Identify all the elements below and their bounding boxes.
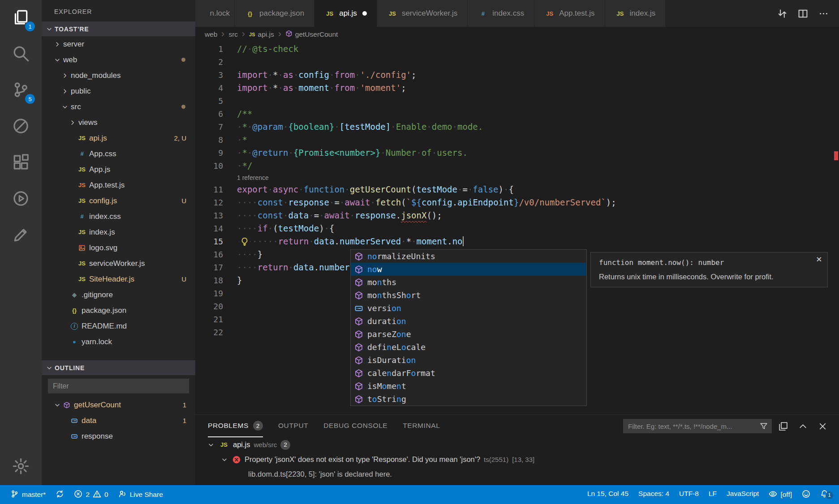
codelens-references[interactable]: 1 reference (195, 172, 839, 183)
panel-tab-output[interactable]: OUTPUT (278, 415, 308, 437)
code-line-2[interactable]: 2 (195, 56, 839, 68)
suggestion-now[interactable]: now (351, 263, 586, 276)
chevron-down-icon[interactable] (53, 401, 61, 409)
breadcrumb-item-web[interactable]: web (203, 30, 219, 38)
outline-item-response[interactable]: response (42, 428, 195, 444)
chevron-right-icon[interactable] (69, 119, 77, 127)
code-line-13[interactable]: 13····const·data·=·await·response.jsonX(… (195, 209, 839, 222)
breadcrumb-item-api.js[interactable]: JSapi.js (248, 30, 275, 38)
outline-item-data[interactable]: data1 (42, 413, 195, 428)
chevron-up-icon[interactable] (794, 418, 811, 435)
chevron-down-icon[interactable] (207, 441, 215, 449)
activity-item-explorer[interactable]: 1 (0, 0, 42, 36)
tree-item-api.js[interactable]: JSapi.js2, U (42, 130, 195, 146)
suggestion-parseZone[interactable]: parseZone (351, 328, 586, 341)
status-eol[interactable]: LF (704, 490, 722, 498)
problems-file-row[interactable]: JSapi.jsweb/src2 (195, 437, 839, 452)
lightbulb-icon[interactable] (239, 236, 250, 247)
status-cursor-position[interactable]: Ln 15, Col 45 (582, 490, 633, 498)
problem-error-row[interactable]: Property 'jsonX' does not exist on type … (195, 452, 839, 467)
tab-index.js[interactable]: JSindex.js (605, 0, 666, 27)
section-header-outline[interactable]: OUTLINE (42, 360, 195, 375)
tree-item-.gitignore[interactable]: ◆.gitignore (42, 287, 195, 303)
panel-tab-terminal[interactable]: TERMINAL (403, 415, 440, 437)
activity-item-source-control[interactable]: 5 (0, 73, 42, 109)
tree-item-index.css[interactable]: #index.css (42, 209, 195, 224)
activity-item-extensions[interactable] (0, 145, 42, 181)
tree-item-README.md[interactable]: iREADME.md (42, 318, 195, 334)
status-problems[interactable]: 20 (69, 485, 113, 504)
suggestion-months[interactable]: months (351, 276, 586, 289)
status-sync[interactable] (51, 485, 69, 504)
tree-item-server[interactable]: server (42, 36, 195, 52)
split-editor-icon[interactable] (793, 4, 812, 23)
tree-item-SiteHeader.js[interactable]: JSSiteHeader.jsU (42, 271, 195, 287)
breadcrumb-item-src[interactable]: src (227, 30, 239, 38)
activity-item-run[interactable] (0, 181, 42, 218)
code-line-4[interactable]: 4import·*·as·moment·from·'moment'; (195, 81, 839, 94)
status-git-branch[interactable]: master* (5, 485, 51, 504)
problems-filter-input[interactable] (623, 419, 772, 433)
code-line-11[interactable]: 11export·async·function·getUserCount(tes… (195, 183, 839, 196)
suggestion-toString[interactable]: toString (351, 393, 586, 406)
collapse-all-icon[interactable] (774, 418, 792, 435)
code-line-14[interactable]: 14····if·(testMode)·{ (195, 222, 839, 235)
tree-item-package.json[interactable]: {}package.json (42, 303, 195, 318)
chevron-down-icon[interactable] (53, 56, 61, 64)
panel-tab-debug-console[interactable]: DEBUG CONSOLE (323, 415, 387, 437)
status-encoding[interactable]: UTF-8 (674, 490, 704, 498)
code-line-6[interactable]: 6/** (195, 107, 839, 120)
suggestion-calendarFormat[interactable]: calendarFormat (351, 367, 586, 380)
tab-api.js[interactable]: JSapi.js (314, 0, 377, 27)
activity-item-search[interactable] (0, 36, 42, 73)
suggestion-duration[interactable]: duration (351, 315, 586, 328)
code-line-7[interactable]: 7·*·@param·{boolean}·[testMode]·Enable·d… (195, 120, 839, 133)
outline-item-getUserCount[interactable]: getUserCount1 (42, 397, 195, 413)
suggestion-version[interactable]: version (351, 302, 586, 315)
activity-item-settings[interactable] (0, 449, 42, 485)
status-language-mode[interactable]: JavaScript (722, 490, 764, 498)
tree-item-App.css[interactable]: #App.css (42, 146, 195, 162)
tab-index.css[interactable]: #index.css (468, 0, 534, 27)
code-line-8[interactable]: 8·* (195, 133, 839, 146)
code-editor[interactable]: 1//·@ts-check23import·*·as·config·from·'… (195, 42, 839, 414)
code-line-12[interactable]: 12····const·response·=·await·fetch(`${co… (195, 196, 839, 209)
problem-related-row[interactable]: lib.dom.d.ts[2230, 5]: 'json' is declare… (195, 467, 839, 482)
code-line-5[interactable]: 5 (195, 94, 839, 107)
more-actions-icon[interactable] (814, 4, 833, 23)
chevron-right-icon[interactable] (53, 40, 61, 48)
chevron-right-icon[interactable] (61, 87, 69, 95)
activity-item-blocked[interactable] (0, 109, 42, 145)
suggestion-defineLocale[interactable]: defineLocale (351, 341, 586, 354)
panel-tab-problems[interactable]: PROBLEMS2 (208, 415, 263, 437)
status-live-share[interactable]: Live Share (113, 485, 168, 504)
tree-item-App.test.js[interactable]: JSApp.test.js (42, 177, 195, 193)
tree-item-App.js[interactable]: JSApp.js (42, 162, 195, 177)
code-line-1[interactable]: 1//·@ts-check (195, 43, 839, 56)
status-screencast[interactable]: [off] (764, 490, 797, 500)
activity-item-feedback[interactable] (0, 218, 42, 254)
suggestion-isDuration[interactable]: isDuration (351, 354, 586, 367)
status-indentation[interactable]: Spaces: 4 (633, 490, 674, 498)
tree-item-config.js[interactable]: JSconfig.jsU (42, 193, 195, 209)
tab-package.json[interactable]: {}package.json (235, 0, 314, 27)
section-header-project[interactable]: TOAST'RE (42, 21, 195, 36)
suggestion-normalizeUnits[interactable]: normalizeUnits (351, 250, 586, 263)
chevron-down-icon[interactable] (220, 456, 228, 464)
breadcrumb-item-getUserCount[interactable]: getUserCount (284, 30, 340, 39)
tree-item-yarn.lock[interactable]: ●yarn.lock (42, 334, 195, 350)
status-feedback-smiley[interactable] (797, 490, 815, 500)
code-line-10[interactable]: 10·*/ (195, 159, 839, 172)
code-line-15[interactable]: 15········return·data.numberServed·*·mom… (195, 235, 839, 248)
code-line-3[interactable]: 3import·*·as·config·from·'./config'; (195, 68, 839, 81)
compare-changes-icon[interactable] (773, 4, 792, 23)
close-icon[interactable]: × (816, 254, 822, 264)
code-line-9[interactable]: 9·*·@return·{Promise<number>}·Number·of·… (195, 146, 839, 159)
tree-item-public[interactable]: public (42, 83, 195, 99)
tree-item-serviceWorker.js[interactable]: JSserviceWorker.js (42, 256, 195, 271)
tab-serviceWorker.js[interactable]: JSserviceWorker.js (377, 0, 468, 27)
tab-n.lock[interactable]: n.lock (195, 0, 235, 27)
filter-icon[interactable] (760, 422, 768, 432)
suggestion-monthsShort[interactable]: monthsShort (351, 289, 586, 302)
tree-item-src[interactable]: src (42, 99, 195, 115)
